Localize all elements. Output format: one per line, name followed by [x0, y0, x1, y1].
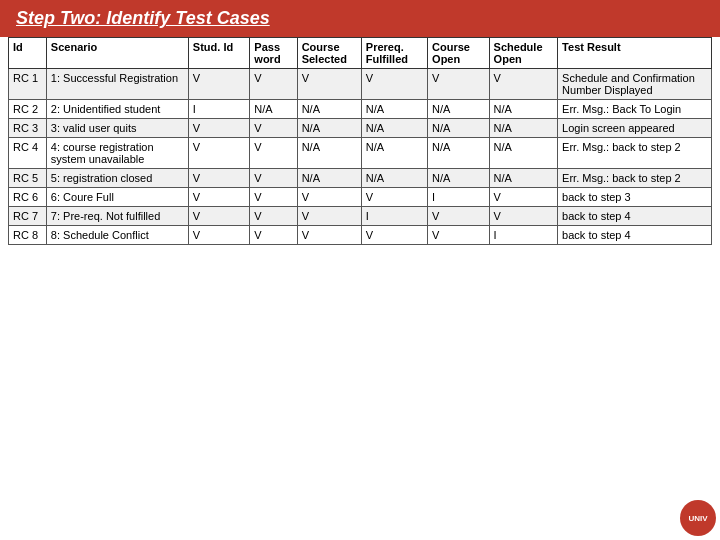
cell-pass_word: V — [250, 169, 297, 188]
cell-prereq_fulfilled: I — [361, 207, 427, 226]
table-row: RC 11: Successful RegistrationVVVVVVSche… — [9, 69, 712, 100]
cell-pass_word: V — [250, 226, 297, 245]
cell-prereq_fulfilled: N/A — [361, 169, 427, 188]
cell-schedule_open: N/A — [489, 119, 558, 138]
col-header-course-selected: Course Selected — [297, 38, 361, 69]
cell-course_selected: V — [297, 226, 361, 245]
cell-schedule_open: N/A — [489, 100, 558, 119]
table-row: RC 22: Unidentified studentIN/AN/AN/AN/A… — [9, 100, 712, 119]
cell-course_open: V — [428, 207, 490, 226]
cell-id: RC 1 — [9, 69, 47, 100]
cell-scenario: 5: registration closed — [46, 169, 188, 188]
cell-course_selected: V — [297, 188, 361, 207]
cell-course_selected: V — [297, 69, 361, 100]
cell-scenario: 3: valid user quits — [46, 119, 188, 138]
cell-course_open: I — [428, 188, 490, 207]
col-header-course-open: Course Open — [428, 38, 490, 69]
col-header-prereq-fulfilled: Prereq. Fulfilled — [361, 38, 427, 69]
cell-test_result: back to step 3 — [558, 188, 712, 207]
university-logo: UNIV — [680, 500, 716, 536]
cell-test_result: back to step 4 — [558, 207, 712, 226]
cell-scenario: 1: Successful Registration — [46, 69, 188, 100]
cell-id: RC 6 — [9, 188, 47, 207]
cell-schedule_open: V — [489, 69, 558, 100]
cell-pass_word: V — [250, 69, 297, 100]
cell-test_result: Err. Msg.: Back To Login — [558, 100, 712, 119]
col-header-stud-id: Stud. Id — [188, 38, 250, 69]
page-container: Step Two: Identify Test Cases Id Scenari… — [0, 0, 720, 540]
cell-test_result: Err. Msg.: back to step 2 — [558, 138, 712, 169]
table-row: RC 33: valid user quitsVVN/AN/AN/AN/ALog… — [9, 119, 712, 138]
test-cases-table: Id Scenario Stud. Id Pass word Course Se… — [8, 37, 712, 245]
table-row: RC 77: Pre-req. Not fulfilledVVVIVVback … — [9, 207, 712, 226]
cell-prereq_fulfilled: V — [361, 69, 427, 100]
col-header-pass-word: Pass word — [250, 38, 297, 69]
cell-pass_word: N/A — [250, 100, 297, 119]
cell-pass_word: V — [250, 119, 297, 138]
cell-id: RC 5 — [9, 169, 47, 188]
cell-schedule_open: V — [489, 207, 558, 226]
cell-pass_word: V — [250, 138, 297, 169]
cell-stud_id: V — [188, 207, 250, 226]
cell-course_open: N/A — [428, 119, 490, 138]
cell-prereq_fulfilled: N/A — [361, 100, 427, 119]
cell-stud_id: V — [188, 226, 250, 245]
cell-id: RC 4 — [9, 138, 47, 169]
cell-stud_id: V — [188, 169, 250, 188]
cell-course_open: N/A — [428, 169, 490, 188]
cell-schedule_open: V — [489, 188, 558, 207]
cell-schedule_open: N/A — [489, 169, 558, 188]
cell-course_open: N/A — [428, 100, 490, 119]
logo-corner: UNIV — [680, 500, 716, 536]
cell-prereq_fulfilled: N/A — [361, 138, 427, 169]
cell-stud_id: V — [188, 69, 250, 100]
cell-id: RC 7 — [9, 207, 47, 226]
cell-scenario: 2: Unidentified student — [46, 100, 188, 119]
cell-scenario: 4: course registration system unavailabl… — [46, 138, 188, 169]
table-row: RC 44: course registration system unavai… — [9, 138, 712, 169]
col-header-test-result: Test Result — [558, 38, 712, 69]
cell-course_selected: V — [297, 207, 361, 226]
cell-course_open: V — [428, 69, 490, 100]
cell-test_result: Err. Msg.: back to step 2 — [558, 169, 712, 188]
cell-id: RC 2 — [9, 100, 47, 119]
cell-course_selected: N/A — [297, 138, 361, 169]
table-row: RC 55: registration closedVVN/AN/AN/AN/A… — [9, 169, 712, 188]
page-title: Step Two: Identify Test Cases — [0, 0, 720, 37]
cell-prereq_fulfilled: V — [361, 188, 427, 207]
cell-course_open: N/A — [428, 138, 490, 169]
table-row: RC 66: Coure FullVVVVIVback to step 3 — [9, 188, 712, 207]
cell-course_selected: N/A — [297, 119, 361, 138]
cell-scenario: 7: Pre-req. Not fulfilled — [46, 207, 188, 226]
cell-pass_word: V — [250, 207, 297, 226]
cell-stud_id: V — [188, 138, 250, 169]
cell-prereq_fulfilled: V — [361, 226, 427, 245]
cell-pass_word: V — [250, 188, 297, 207]
cell-test_result: back to step 4 — [558, 226, 712, 245]
cell-stud_id: V — [188, 188, 250, 207]
col-header-schedule-open: Schedule Open — [489, 38, 558, 69]
cell-course_selected: N/A — [297, 169, 361, 188]
cell-schedule_open: I — [489, 226, 558, 245]
col-header-scenario: Scenario — [46, 38, 188, 69]
cell-course_open: V — [428, 226, 490, 245]
table-wrapper: Id Scenario Stud. Id Pass word Course Se… — [0, 37, 720, 253]
cell-scenario: 8: Schedule Conflict — [46, 226, 188, 245]
cell-id: RC 3 — [9, 119, 47, 138]
cell-id: RC 8 — [9, 226, 47, 245]
table-row: RC 88: Schedule ConflictVVVVVIback to st… — [9, 226, 712, 245]
cell-stud_id: V — [188, 119, 250, 138]
cell-course_selected: N/A — [297, 100, 361, 119]
cell-test_result: Login screen appeared — [558, 119, 712, 138]
cell-scenario: 6: Coure Full — [46, 188, 188, 207]
cell-test_result: Schedule and Confirmation Number Display… — [558, 69, 712, 100]
cell-stud_id: I — [188, 100, 250, 119]
cell-schedule_open: N/A — [489, 138, 558, 169]
cell-prereq_fulfilled: N/A — [361, 119, 427, 138]
col-header-id: Id — [9, 38, 47, 69]
